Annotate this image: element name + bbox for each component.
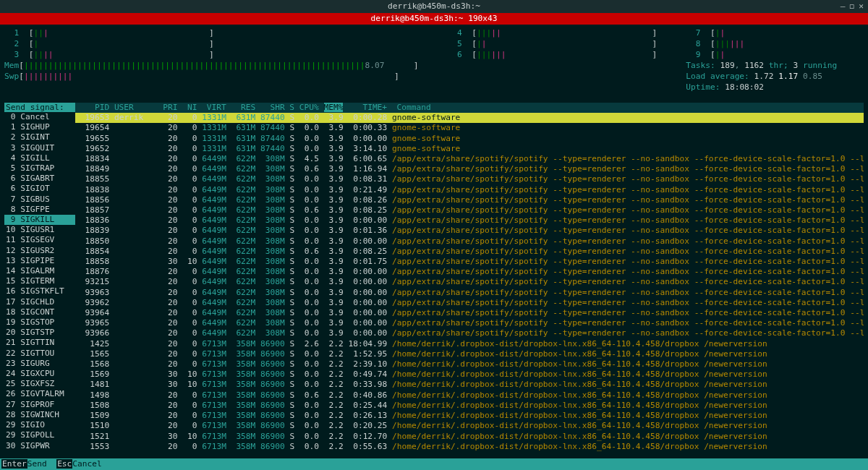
process-row[interactable]: 19653 derrik 20 0 1331M 631M 87440 S 0.0… xyxy=(75,113,864,123)
cpu-bar-6: 6 [|||||| ] xyxy=(448,49,658,60)
process-row[interactable]: 1568 20 0 6713M 358M 86900 S 0.0 2.2 2:3… xyxy=(75,359,864,369)
process-row[interactable]: 93966 20 0 6449M 622M 308M S 0.0 3.9 0:0… xyxy=(75,328,864,338)
maximize-icon[interactable]: ◻ xyxy=(850,0,855,13)
table-header[interactable]: PID USER PRI NI VIRT RES SHR S CPU% MEM%… xyxy=(75,103,864,113)
signal-SIGXFSZ[interactable]: 25 SIGXFSZ xyxy=(4,379,75,389)
process-row[interactable]: 18856 20 0 6449M 622M 308M S 0.0 3.9 0:0… xyxy=(75,195,864,205)
process-row[interactable]: 1553 20 0 6713M 358M 86900 S 0.0 2.2 0:5… xyxy=(75,442,864,452)
tasks-stat: Tasks: 189, 1162 thr; 3 running xyxy=(686,60,868,71)
process-row[interactable]: 18839 20 0 6449M 622M 308M S 0.0 3.9 0:0… xyxy=(75,226,864,236)
signal-SIGFPE[interactable]: 8 SIGFPE xyxy=(4,205,75,215)
window-title: derrik@b450m-ds3h:~ xyxy=(388,1,480,11)
cpu-bar-7: 7 [|| ] xyxy=(686,27,868,38)
process-row[interactable]: 1425 20 0 6713M 358M 86900 S 2.6 2.2 18:… xyxy=(75,339,864,349)
signal-SIGCONT[interactable]: 18 SIGCONT xyxy=(4,307,75,317)
window-titlebar[interactable]: derrik@b450m-ds3h:~ — ◻ ✕ xyxy=(0,0,868,13)
process-row[interactable]: 1510 20 0 6713M 358M 86900 S 0.0 2.2 0:2… xyxy=(75,421,864,431)
process-row[interactable]: 18838 20 0 6449M 622M 308M S 0.0 3.9 0:2… xyxy=(75,185,864,195)
signal-title: Send signal: xyxy=(4,103,75,112)
process-row[interactable]: 18834 20 0 6449M 622M 308M S 4.5 3.9 6:0… xyxy=(75,154,864,164)
signal-SIGUSR1[interactable]: 10 SIGUSR1 xyxy=(4,225,75,235)
process-row[interactable]: 18876 20 0 6449M 622M 308M S 0.0 3.9 0:0… xyxy=(75,267,864,277)
signal-SIGALRM[interactable]: 14 SIGALRM xyxy=(4,266,75,276)
process-row[interactable]: 1509 20 0 6713M 358M 86900 S 0.0 2.2 0:2… xyxy=(75,411,864,421)
swap-bar: Swp[|||||||||| ] xyxy=(4,71,419,82)
cpu-bar-1: 1 [||| ] xyxy=(4,27,419,38)
process-row[interactable]: 1521 30 10 6713M 358M 86900 S 0.0 2.2 0:… xyxy=(75,432,864,442)
signal-SIGTERM[interactable]: 15 SIGTERM xyxy=(4,276,75,286)
process-row[interactable]: 93962 20 0 6449M 622M 308M S 0.0 3.9 0:0… xyxy=(75,298,864,308)
terminal-tab[interactable]: derrik@b450m-ds3h:~ 190x43 xyxy=(0,13,868,25)
signal-panel: Send signal: 0 Cancel 1 SIGHUP 2 SIGINT … xyxy=(4,103,75,452)
process-row[interactable]: 93963 20 0 6449M 622M 308M S 0.0 3.9 0:0… xyxy=(75,288,864,298)
cpu-bar-5: 5 [|| ] xyxy=(448,38,658,49)
loadavg-stat: Load average: 1.72 1.17 0.85 xyxy=(686,71,868,82)
signal-SIGSEGV[interactable]: 11 SIGSEGV xyxy=(4,235,75,245)
process-row[interactable]: 93215 20 0 6449M 622M 308M S 0.0 3.9 0:0… xyxy=(75,277,864,287)
signal-Cancel[interactable]: 0 Cancel xyxy=(4,112,75,122)
cancel-action[interactable]: Cancel xyxy=(72,459,101,469)
signal-SIGUSR2[interactable]: 12 SIGUSR2 xyxy=(4,246,75,256)
signal-SIGQUIT[interactable]: 3 SIGQUIT xyxy=(4,143,75,153)
cpu-bar-4: 4 [||||| ] xyxy=(448,27,658,38)
process-table[interactable]: PID USER PRI NI VIRT RES SHR S CPU% MEM%… xyxy=(75,103,864,452)
process-row[interactable]: 18857 20 0 6449M 622M 308M S 0.6 3.9 0:0… xyxy=(75,205,864,215)
process-row[interactable]: 18854 20 0 6449M 622M 308M S 0.6 3.9 0:0… xyxy=(75,247,864,257)
process-row[interactable]: 18858 30 10 6449M 622M 308M S 0.0 3.9 0:… xyxy=(75,257,864,267)
signal-SIGKILL[interactable]: 9 SIGKILL xyxy=(4,215,75,225)
cpu-bar-9: 9 [|| ] xyxy=(686,49,868,60)
signal-SIGPOLL[interactable]: 29 SIGPOLL xyxy=(4,430,75,440)
send-action[interactable]: Send xyxy=(27,459,47,469)
mem-bar: Mem[||||||||||||||||||||||||||||||||||||… xyxy=(4,60,419,71)
cpu-bar-8: 8 [|||||| ] xyxy=(686,38,868,49)
process-row[interactable]: 18850 20 0 6449M 622M 308M S 0.0 3.9 0:0… xyxy=(75,236,864,247)
process-row[interactable]: 1569 30 10 6713M 358M 86900 S 0.0 2.2 0:… xyxy=(75,369,864,380)
signal-SIGTRAP[interactable]: 5 SIGTRAP xyxy=(4,163,75,174)
process-row[interactable]: 18849 20 0 6449M 622M 308M S 0.6 3.9 1:1… xyxy=(75,164,864,174)
uptime-stat: Uptime: 18:08:02 xyxy=(686,82,868,93)
signal-SIGPIPE[interactable]: 13 SIGPIPE xyxy=(4,256,75,266)
signal-SIGBUS[interactable]: 7 SIGBUS xyxy=(4,195,75,205)
key-enter: Enter xyxy=(1,459,27,469)
cpu-bar-3: 3 [|||| ] xyxy=(4,49,419,60)
process-row[interactable]: 18836 20 0 6449M 622M 308M S 0.0 3.9 0:0… xyxy=(75,215,864,226)
signal-SIGSTOP[interactable]: 19 SIGSTOP xyxy=(4,317,75,328)
process-row[interactable]: 19652 20 0 1331M 631M 87440 S 0.0 3.9 3:… xyxy=(75,144,864,154)
signal-SIGURG[interactable]: 23 SIGURG xyxy=(4,359,75,369)
signal-SIGIO[interactable]: 29 SIGIO xyxy=(4,420,75,430)
process-row[interactable]: 93965 20 0 6449M 622M 308M S 0.0 3.9 0:0… xyxy=(75,318,864,328)
signal-SIGSTKFLT[interactable]: 16 SIGSTKFLT xyxy=(4,286,75,296)
minimize-icon[interactable]: — xyxy=(841,0,846,13)
signal-SIGINT[interactable]: 2 SIGINT xyxy=(4,132,75,142)
process-row[interactable]: 1498 20 0 6713M 358M 86900 S 0.6 2.2 0:4… xyxy=(75,390,864,401)
signal-SIGABRT[interactable]: 6 SIGABRT xyxy=(4,174,75,184)
close-icon[interactable]: ✕ xyxy=(859,0,864,13)
signal-SIGTTIN[interactable]: 21 SIGTTIN xyxy=(4,338,75,348)
footer-bar: EnterSend EscCancel xyxy=(0,458,868,470)
signal-SIGCHLD[interactable]: 17 SIGCHLD xyxy=(4,297,75,307)
process-row[interactable]: 19654 20 0 1331M 631M 87440 S 0.0 3.9 0:… xyxy=(75,123,864,133)
process-row[interactable]: 1481 30 10 6713M 358M 86900 S 0.0 2.2 0:… xyxy=(75,380,864,390)
signal-SIGXCPU[interactable]: 24 SIGXCPU xyxy=(4,369,75,379)
key-esc: Esc xyxy=(56,459,72,469)
signal-SIGTSTP[interactable]: 20 SIGTSTP xyxy=(4,328,75,338)
process-row[interactable]: 93964 20 0 6449M 622M 308M S 0.0 3.9 0:0… xyxy=(75,308,864,318)
signal-SIGIOT[interactable]: 6 SIGIOT xyxy=(4,184,75,194)
process-row[interactable]: 19655 20 0 1331M 631M 87440 S 0.0 3.9 0:… xyxy=(75,134,864,144)
signal-SIGWINCH[interactable]: 28 SIGWINCH xyxy=(4,410,75,420)
signal-SIGHUP[interactable]: 1 SIGHUP xyxy=(4,122,75,132)
signal-SIGPWR[interactable]: 30 SIGPWR xyxy=(4,441,75,451)
signal-SIGTTOU[interactable]: 22 SIGTTOU xyxy=(4,349,75,359)
process-row[interactable]: 1508 20 0 6713M 358M 86900 S 0.0 2.2 0:2… xyxy=(75,401,864,411)
cpu-meters: 1 [||| ] 2 [| ] 3 [|||| ]Mem[|||||||||||… xyxy=(4,27,864,93)
process-row[interactable]: 18855 20 0 6449M 622M 308M S 0.0 3.9 0:0… xyxy=(75,174,864,184)
cpu-bar-2: 2 [| ] xyxy=(4,38,419,49)
signal-SIGILL[interactable]: 4 SIGILL xyxy=(4,153,75,163)
signal-SIGVTALRM[interactable]: 26 SIGVTALRM xyxy=(4,389,75,399)
signal-SIGPROF[interactable]: 27 SIGPROF xyxy=(4,400,75,410)
process-row[interactable]: 1565 20 0 6713M 358M 86900 S 0.0 2.2 1:5… xyxy=(75,349,864,359)
